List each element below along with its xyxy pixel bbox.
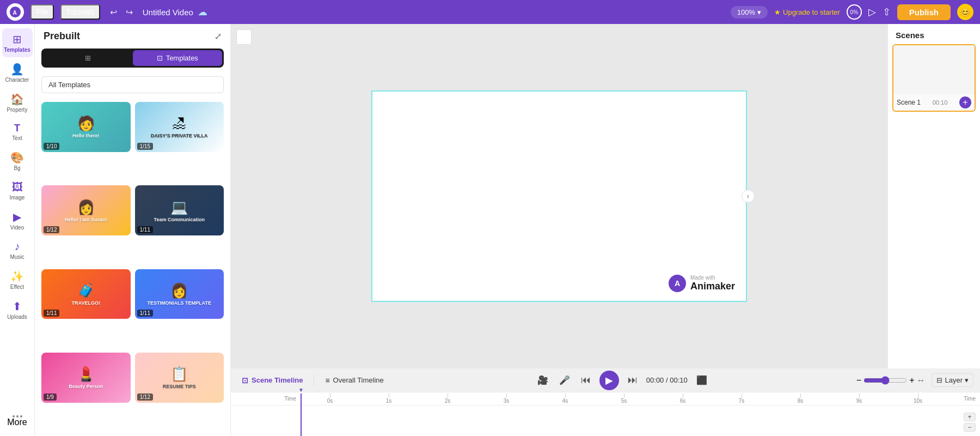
timeline-content: + − — [231, 405, 980, 436]
template-text-8: RESUME TIPS — [163, 384, 196, 389]
tab-grid[interactable]: ⊞ — [43, 50, 133, 66]
zoom-slider[interactable] — [863, 376, 907, 385]
add-scene-button[interactable]: + — [959, 96, 971, 108]
sidebar-character-label: Character — [5, 77, 29, 83]
share-button[interactable]: ⇧ — [883, 6, 891, 18]
camera-icon-button[interactable]: 🎥 — [535, 374, 550, 386]
expand-panel-button[interactable]: ⤢ — [215, 31, 222, 41]
redo-button[interactable]: ↪ — [122, 5, 136, 20]
template-badge-8: 1/12 — [137, 393, 153, 401]
scene-timeline-tab[interactable]: ⊡ Scene Timeline — [237, 374, 307, 387]
ruler-mark-7s: 7s — [712, 393, 771, 404]
timeline-controls: ⊡ Scene Timeline ≡ Overall Timeline 🎥 🎤 … — [231, 368, 980, 392]
template-text-3: Hello! I am Susan! — [65, 217, 107, 222]
templates-panel: Prebuilt ⤢ ⊞ ⊡ Templates All Templates B… — [35, 24, 231, 436]
template-badge-7: 1/9 — [44, 393, 57, 401]
sidebar-effect-label: Effect — [10, 284, 24, 290]
title-area: Untitled Video ☁ — [143, 6, 207, 18]
sidebar-item-character[interactable]: 👤 Character — [2, 58, 33, 87]
file-menu[interactable]: File — [30, 4, 54, 20]
template-card-4[interactable]: 💻 Team Communication 1/11 — [135, 185, 224, 235]
caption-button[interactable]: ⬛ — [694, 374, 709, 386]
template-filter-dropdown[interactable]: All Templates Business Education Social … — [41, 76, 224, 93]
layer-icon: ⊟ — [936, 376, 942, 384]
canvas[interactable]: A Made with Animaker — [371, 90, 747, 302]
sidebar-item-text[interactable]: T Text — [2, 118, 33, 146]
ruler-mark-10s: 10s — [889, 393, 947, 404]
usage-value: 0% — [850, 9, 858, 15]
svg-text:A: A — [13, 10, 17, 16]
template-char-3: 👩 — [77, 199, 95, 216]
ruler-mark-9s: 9s — [830, 393, 889, 404]
zoom-plus-icon: + — [909, 376, 914, 385]
time-zoom-buttons: + − — [964, 408, 976, 436]
skip-forward-button[interactable]: ⏭ — [626, 373, 640, 387]
template-text-1: Hello there! — [72, 133, 100, 138]
skip-back-button[interactable]: ⏮ — [579, 373, 593, 387]
collapse-panel-button[interactable]: ‹ — [742, 190, 755, 203]
scene-time-1: 00:10 — [933, 99, 948, 106]
preview-play-button[interactable]: ▷ — [868, 6, 876, 18]
upgrade-label: Upgrade to starter — [783, 8, 840, 16]
template-card-8[interactable]: 📋 RESUME TIPS 1/12 — [135, 353, 224, 403]
template-card-6[interactable]: 👩 TESTIMONIALS TEMPLATE 1/11 — [135, 269, 224, 319]
save-cloud-button[interactable]: ☁ — [198, 6, 207, 18]
sidebar-item-templates[interactable]: ⊞ Templates — [2, 28, 33, 57]
time-zoom-in-button[interactable]: + — [964, 413, 976, 421]
template-badge-1: 1/10 — [44, 143, 59, 150]
sidebar-item-more[interactable]: More — [2, 411, 33, 432]
expand-icon: ↔ — [916, 376, 925, 385]
sidebar-icons: ⊞ Templates 👤 Character 🏠 Property T Tex… — [0, 24, 35, 436]
template-char-7: 💄 — [77, 366, 95, 383]
sidebar-item-uploads[interactable]: ⬆ Uploads — [2, 295, 33, 324]
template-card-7[interactable]: 💄 Beauty Person 1/9 — [41, 353, 131, 403]
layer-button[interactable]: ⊟ Layer ▾ — [932, 373, 973, 387]
sidebar-item-property[interactable]: 🏠 Property — [2, 88, 33, 117]
scene-timeline-icon: ⊡ — [242, 376, 248, 385]
text-icon: T — [14, 123, 20, 134]
music-icon: ♪ — [15, 240, 20, 253]
undo-button[interactable]: ↩ — [107, 5, 120, 20]
zoom-control[interactable]: 100% ▾ — [731, 6, 768, 19]
play-button[interactable]: ▶ — [599, 371, 619, 390]
template-card-1[interactable]: 🧑 Hello there! 1/10 — [41, 102, 131, 152]
watermark-text: Made with Animaker — [690, 275, 735, 292]
sidebar-item-video[interactable]: ▶ Video — [2, 206, 33, 235]
time-zoom-out-button[interactable]: − — [964, 423, 976, 432]
playhead — [301, 393, 302, 436]
scene-item-1[interactable]: Scene 1 00:10 + — [892, 44, 976, 112]
panel-title: Prebuilt — [44, 31, 80, 42]
templates-tab-icon: ⊡ — [157, 54, 163, 62]
template-text-5: TRAVELGO! — [72, 300, 100, 306]
property-icon: 🏠 — [10, 93, 24, 106]
mic-icon-button[interactable]: 🎤 — [557, 374, 572, 386]
sidebar-item-image[interactable]: 🖼 Image — [2, 177, 33, 205]
template-card-2[interactable]: 🏖 DAISY'S PRIVATE VILLA 1/15 — [135, 102, 224, 152]
template-card-5[interactable]: 🧳 TRAVELGO! 1/11 — [41, 269, 131, 319]
overall-timeline-icon: ≡ — [325, 376, 329, 385]
sidebar-item-music[interactable]: ♪ Music — [2, 236, 33, 264]
tab-templates[interactable]: ⊡ Templates — [133, 50, 223, 66]
tutorials-menu[interactable]: Tutorials — [60, 4, 100, 20]
zoom-value: 100% — [737, 8, 755, 16]
template-card-3[interactable]: 👩 Hello! I am Susan! 1/12 — [41, 185, 131, 235]
sidebar-item-bg[interactable]: 🎨 Bg — [2, 147, 33, 175]
sidebar-uploads-label: Uploads — [7, 314, 27, 320]
grid-tab-icon: ⊞ — [85, 54, 91, 62]
upgrade-button[interactable]: ★ Upgrade to starter — [774, 8, 840, 16]
usage-circle: 0% — [847, 4, 862, 20]
timeline-separator — [314, 375, 314, 386]
top-bar: A File Tutorials ↩ ↪ Untitled Video ☁ 10… — [0, 0, 980, 24]
ruler-mark-5s: 5s — [595, 393, 653, 404]
sidebar-item-effect[interactable]: ✨ Effect — [2, 265, 33, 294]
user-avatar[interactable]: 😊 — [957, 4, 973, 20]
template-char-2: 🏖 — [172, 115, 186, 132]
character-icon: 👤 — [10, 63, 24, 76]
template-char-1: 🧑 — [77, 115, 95, 132]
scene-info-1: Scene 1 00:10 + — [893, 94, 975, 111]
video-icon: ▶ — [13, 210, 21, 223]
publish-button[interactable]: Publish — [897, 4, 951, 20]
template-char-4: 💻 — [170, 199, 188, 216]
overall-timeline-tab[interactable]: ≡ Overall Timeline — [321, 374, 388, 387]
watermark-icon: A — [669, 275, 686, 292]
